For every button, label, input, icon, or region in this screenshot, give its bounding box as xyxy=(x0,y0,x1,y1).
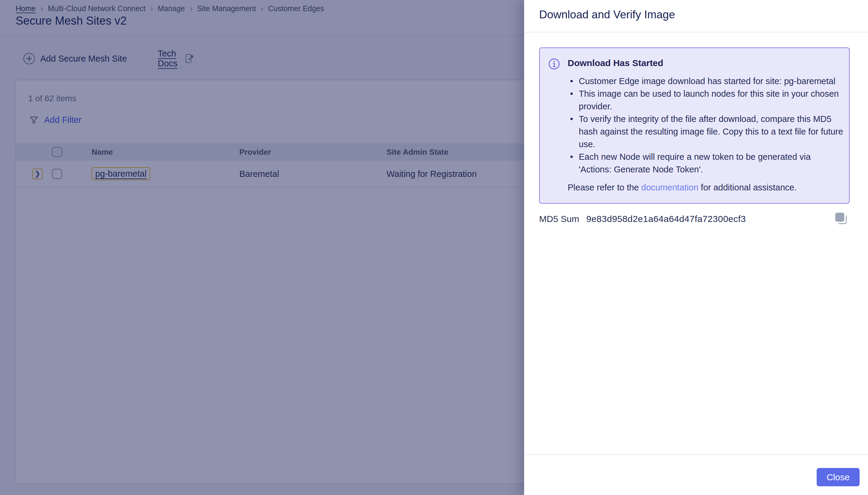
md5-row: MD5 Sum 9e83d958d2e1a64a64d47fa72300ecf3 xyxy=(539,212,850,226)
close-button[interactable]: Close xyxy=(817,468,860,486)
alert-footer-suffix: for additional assistance. xyxy=(698,183,797,192)
alert-bullet: To verify the integrity of the file afte… xyxy=(568,113,844,151)
md5-value: 9e83d958d2e1a64a64d47fa72300ecf3 xyxy=(586,214,746,224)
md5-label: MD5 Sum xyxy=(539,214,579,224)
panel-title: Download and Verify Image xyxy=(539,8,675,21)
copy-icon-front xyxy=(835,213,844,222)
alert-content: Download Has Started Customer Edge image… xyxy=(568,58,844,194)
info-circle-icon xyxy=(548,58,560,70)
info-alert: Download Has Started Customer Edge image… xyxy=(539,48,850,204)
documentation-link[interactable]: documentation xyxy=(641,183,698,192)
copy-button[interactable] xyxy=(834,212,848,226)
alert-footer: Please refer to the documentation for ad… xyxy=(568,181,844,194)
alert-bullet-list: Customer Edge image download has started… xyxy=(568,75,844,176)
screen: Home › Multi-Cloud Network Connect › Man… xyxy=(0,0,868,495)
download-verify-image-panel: Download and Verify Image Download Has S… xyxy=(524,0,868,495)
alert-bullet: This image can be used to launch nodes f… xyxy=(568,87,844,113)
alert-footer-prefix: Please refer to the xyxy=(568,183,641,192)
alert-bullet: Customer Edge image download has started… xyxy=(568,75,844,87)
panel-footer-divider xyxy=(524,455,868,455)
panel-header-divider xyxy=(524,32,868,32)
alert-heading: Download Has Started xyxy=(568,58,844,68)
alert-bullet: Each new Node will require a new token t… xyxy=(568,151,844,176)
